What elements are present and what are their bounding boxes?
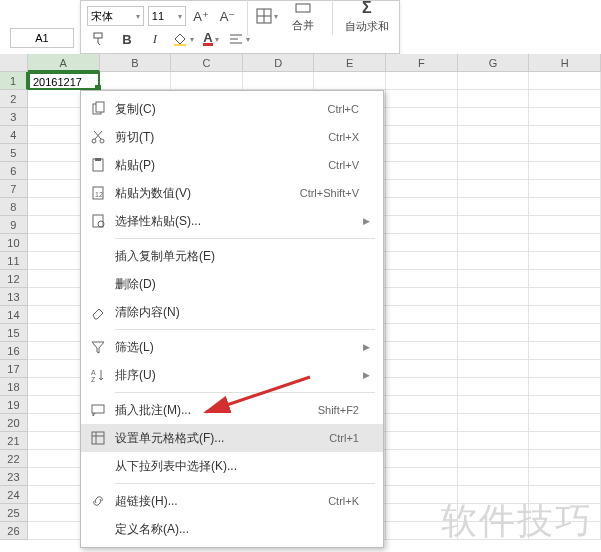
select-all-corner[interactable]: [0, 54, 28, 72]
cell[interactable]: [314, 72, 386, 90]
cell[interactable]: [458, 72, 530, 90]
cell[interactable]: [529, 360, 601, 378]
font-size-dropdown[interactable]: 11▾: [148, 6, 186, 26]
cell[interactable]: [386, 90, 458, 108]
cell[interactable]: [458, 360, 530, 378]
cell[interactable]: [386, 180, 458, 198]
menu-item-format[interactable]: 设置单元格格式(F)...Ctrl+1: [81, 424, 383, 452]
increase-font-button[interactable]: A⁺: [190, 5, 213, 27]
cell[interactable]: [529, 306, 601, 324]
font-color-button[interactable]: A▾: [199, 28, 223, 50]
cell[interactable]: [243, 72, 315, 90]
align-button[interactable]: ▾: [227, 28, 251, 50]
fill-color-button[interactable]: ▾: [171, 28, 195, 50]
row-header[interactable]: 14: [0, 306, 28, 324]
row-header[interactable]: 25: [0, 504, 28, 522]
cell[interactable]: [386, 162, 458, 180]
row-header[interactable]: 20: [0, 414, 28, 432]
font-name-dropdown[interactable]: 宋体▾: [87, 6, 144, 26]
cell[interactable]: [100, 72, 172, 90]
cell[interactable]: [386, 468, 458, 486]
cell[interactable]: [458, 450, 530, 468]
row-header[interactable]: 13: [0, 288, 28, 306]
cell[interactable]: [386, 360, 458, 378]
menu-item-def-name[interactable]: 定义名称(A)...: [81, 515, 383, 543]
cell[interactable]: [458, 216, 530, 234]
menu-item-copy[interactable]: 复制(C)Ctrl+C: [81, 95, 383, 123]
menu-item-filter[interactable]: 筛选(L)▶: [81, 333, 383, 361]
cell[interactable]: [529, 288, 601, 306]
row-header[interactable]: 2: [0, 90, 28, 108]
cell[interactable]: [386, 270, 458, 288]
border-button[interactable]: ▾: [256, 5, 279, 27]
menu-item-delete[interactable]: 删除(D): [81, 270, 383, 298]
bold-button[interactable]: B: [115, 28, 139, 50]
column-header[interactable]: G: [458, 54, 530, 72]
menu-item-paste-spec[interactable]: 选择性粘贴(S)...▶: [81, 207, 383, 235]
column-header[interactable]: F: [386, 54, 458, 72]
cell[interactable]: [458, 324, 530, 342]
cell[interactable]: [529, 126, 601, 144]
cell[interactable]: [386, 126, 458, 144]
cell[interactable]: [386, 198, 458, 216]
column-header[interactable]: H: [529, 54, 601, 72]
cell[interactable]: [386, 306, 458, 324]
cell[interactable]: [529, 144, 601, 162]
cell[interactable]: [529, 72, 601, 90]
decrease-font-button[interactable]: A⁻: [216, 5, 239, 27]
cell[interactable]: [458, 396, 530, 414]
menu-item-paste[interactable]: 粘贴(P)Ctrl+V: [81, 151, 383, 179]
cell[interactable]: [529, 378, 601, 396]
autosum-button[interactable]: Σ自动求和: [340, 0, 393, 36]
cell[interactable]: [529, 162, 601, 180]
cell[interactable]: [529, 180, 601, 198]
cell[interactable]: [171, 72, 243, 90]
menu-item-sort[interactable]: AZ排序(U)▶: [81, 361, 383, 389]
row-header[interactable]: 17: [0, 360, 28, 378]
row-header[interactable]: 9: [0, 216, 28, 234]
cell[interactable]: [386, 252, 458, 270]
cell[interactable]: [458, 162, 530, 180]
menu-item-paste-val[interactable]: 12粘贴为数值(V)Ctrl+Shift+V: [81, 179, 383, 207]
row-header[interactable]: 6: [0, 162, 28, 180]
row-header[interactable]: 8: [0, 198, 28, 216]
format-painter-button[interactable]: [87, 28, 111, 50]
cell[interactable]: [458, 432, 530, 450]
row-header[interactable]: 4: [0, 126, 28, 144]
row-header[interactable]: 1: [0, 72, 28, 90]
cell[interactable]: [458, 126, 530, 144]
cell[interactable]: [458, 90, 530, 108]
cell[interactable]: [386, 342, 458, 360]
row-header[interactable]: 11: [0, 252, 28, 270]
column-header[interactable]: D: [243, 54, 315, 72]
row-header[interactable]: 5: [0, 144, 28, 162]
column-header[interactable]: A: [28, 54, 100, 72]
cell[interactable]: [386, 108, 458, 126]
cell[interactable]: [458, 198, 530, 216]
cell[interactable]: [529, 198, 601, 216]
cell[interactable]: [458, 270, 530, 288]
cell[interactable]: [458, 252, 530, 270]
row-header[interactable]: 26: [0, 522, 28, 540]
cell[interactable]: [458, 468, 530, 486]
cell[interactable]: [458, 378, 530, 396]
row-header[interactable]: 10: [0, 234, 28, 252]
cell[interactable]: [458, 306, 530, 324]
cell[interactable]: [386, 324, 458, 342]
menu-item-comment[interactable]: 插入批注(M)...Shift+F2: [81, 396, 383, 424]
row-header[interactable]: 24: [0, 486, 28, 504]
cell[interactable]: [458, 342, 530, 360]
cell[interactable]: [529, 468, 601, 486]
italic-button[interactable]: I: [143, 28, 167, 50]
cell[interactable]: [386, 396, 458, 414]
column-header[interactable]: B: [100, 54, 172, 72]
menu-item-hyperlink[interactable]: 超链接(H)...Ctrl+K: [81, 487, 383, 515]
row-header[interactable]: 21: [0, 432, 28, 450]
row-header[interactable]: 22: [0, 450, 28, 468]
cell[interactable]: [386, 414, 458, 432]
cell[interactable]: [529, 414, 601, 432]
menu-item-ins-copied[interactable]: 插入复制单元格(E): [81, 242, 383, 270]
cell[interactable]: [458, 180, 530, 198]
row-header[interactable]: 15: [0, 324, 28, 342]
row-header[interactable]: 23: [0, 468, 28, 486]
